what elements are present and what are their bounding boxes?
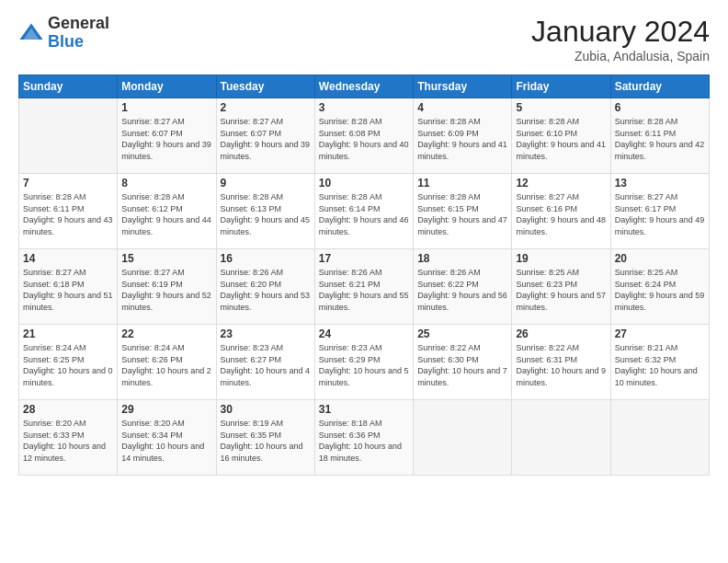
day-detail: Sunrise: 8:23 AMSunset: 6:29 PMDaylight:… (319, 342, 409, 388)
day-detail: Sunrise: 8:27 AMSunset: 6:19 PMDaylight:… (121, 267, 211, 313)
day-number: 10 (319, 177, 409, 190)
day-cell: 22Sunrise: 8:24 AMSunset: 6:26 PMDayligh… (118, 325, 216, 400)
day-number: 30 (221, 403, 311, 416)
day-number: 1 (121, 101, 211, 114)
day-header-wednesday: Wednesday (314, 75, 413, 98)
day-cell: 18Sunrise: 8:26 AMSunset: 6:22 PMDayligh… (414, 249, 512, 325)
header-row: SundayMondayTuesdayWednesdayThursdayFrid… (19, 75, 710, 98)
day-number: 14 (23, 252, 113, 265)
day-detail: Sunrise: 8:28 AMSunset: 6:14 PMDaylight:… (319, 191, 409, 237)
day-cell (512, 400, 610, 476)
month-title: January 2024 (531, 15, 710, 49)
day-number: 27 (615, 327, 705, 340)
page: General Blue January 2024 Zubia, Andalus… (0, 0, 728, 563)
day-detail: Sunrise: 8:23 AMSunset: 6:27 PMDaylight:… (221, 342, 311, 388)
day-cell: 7Sunrise: 8:28 AMSunset: 6:11 PMDaylight… (19, 174, 118, 249)
day-detail: Sunrise: 8:24 AMSunset: 6:25 PMDaylight:… (23, 342, 113, 388)
day-header-thursday: Thursday (414, 75, 512, 98)
location: Zubia, Andalusia, Spain (531, 49, 710, 63)
day-detail: Sunrise: 8:28 AMSunset: 6:08 PMDaylight:… (319, 116, 409, 162)
day-number: 13 (615, 177, 705, 190)
day-cell: 2Sunrise: 8:27 AMSunset: 6:07 PMDaylight… (216, 98, 314, 174)
day-detail: Sunrise: 8:25 AMSunset: 6:24 PMDaylight:… (615, 267, 705, 313)
day-cell: 31Sunrise: 8:18 AMSunset: 6:36 PMDayligh… (314, 400, 413, 476)
day-number: 3 (319, 101, 409, 114)
day-header-friday: Friday (512, 75, 610, 98)
day-cell: 30Sunrise: 8:19 AMSunset: 6:35 PMDayligh… (216, 400, 314, 476)
day-number: 18 (417, 252, 507, 265)
day-detail: Sunrise: 8:18 AMSunset: 6:36 PMDaylight:… (319, 418, 409, 464)
day-cell: 6Sunrise: 8:28 AMSunset: 6:11 PMDaylight… (610, 98, 709, 174)
day-detail: Sunrise: 8:21 AMSunset: 6:32 PMDaylight:… (615, 342, 705, 388)
day-detail: Sunrise: 8:20 AMSunset: 6:33 PMDaylight:… (23, 418, 113, 464)
calendar: SundayMondayTuesdayWednesdayThursdayFrid… (18, 75, 710, 476)
day-cell: 24Sunrise: 8:23 AMSunset: 6:29 PMDayligh… (314, 325, 413, 400)
day-detail: Sunrise: 8:28 AMSunset: 6:11 PMDaylight:… (615, 116, 705, 162)
day-number: 12 (516, 177, 606, 190)
day-cell: 27Sunrise: 8:21 AMSunset: 6:32 PMDayligh… (610, 325, 709, 400)
day-number: 5 (516, 101, 606, 114)
day-number: 25 (417, 327, 507, 340)
day-number: 6 (615, 101, 705, 114)
day-cell: 4Sunrise: 8:28 AMSunset: 6:09 PMDaylight… (414, 98, 512, 174)
day-cell (19, 98, 118, 174)
day-detail: Sunrise: 8:28 AMSunset: 6:09 PMDaylight:… (417, 116, 507, 162)
logo: General Blue (18, 15, 109, 52)
day-number: 21 (23, 327, 113, 340)
day-cell: 19Sunrise: 8:25 AMSunset: 6:23 PMDayligh… (512, 249, 610, 325)
day-number: 22 (121, 327, 211, 340)
week-row-3: 14Sunrise: 8:27 AMSunset: 6:18 PMDayligh… (19, 249, 710, 325)
day-detail: Sunrise: 8:27 AMSunset: 6:07 PMDaylight:… (121, 116, 211, 162)
day-number: 31 (319, 403, 409, 416)
day-detail: Sunrise: 8:24 AMSunset: 6:26 PMDaylight:… (121, 342, 211, 388)
logo-icon (18, 20, 44, 46)
day-detail: Sunrise: 8:28 AMSunset: 6:12 PMDaylight:… (121, 191, 211, 237)
day-number: 23 (221, 327, 311, 340)
day-number: 28 (23, 403, 113, 416)
day-cell (414, 400, 512, 476)
day-number: 9 (221, 177, 311, 190)
day-detail: Sunrise: 8:22 AMSunset: 6:30 PMDaylight:… (417, 342, 507, 388)
day-number: 2 (221, 101, 311, 114)
day-detail: Sunrise: 8:28 AMSunset: 6:10 PMDaylight:… (516, 116, 606, 162)
day-cell: 26Sunrise: 8:22 AMSunset: 6:31 PMDayligh… (512, 325, 610, 400)
day-number: 15 (121, 252, 211, 265)
day-cell: 25Sunrise: 8:22 AMSunset: 6:30 PMDayligh… (414, 325, 512, 400)
day-cell: 15Sunrise: 8:27 AMSunset: 6:19 PMDayligh… (118, 249, 216, 325)
day-cell: 13Sunrise: 8:27 AMSunset: 6:17 PMDayligh… (610, 174, 709, 249)
day-number: 8 (121, 177, 211, 190)
day-cell: 17Sunrise: 8:26 AMSunset: 6:21 PMDayligh… (314, 249, 413, 325)
day-cell: 9Sunrise: 8:28 AMSunset: 6:13 PMDaylight… (216, 174, 314, 249)
day-cell: 14Sunrise: 8:27 AMSunset: 6:18 PMDayligh… (19, 249, 118, 325)
day-detail: Sunrise: 8:27 AMSunset: 6:17 PMDaylight:… (615, 191, 705, 237)
day-cell: 29Sunrise: 8:20 AMSunset: 6:34 PMDayligh… (118, 400, 216, 476)
day-cell: 1Sunrise: 8:27 AMSunset: 6:07 PMDaylight… (118, 98, 216, 174)
day-detail: Sunrise: 8:27 AMSunset: 6:16 PMDaylight:… (516, 191, 606, 237)
week-row-2: 7Sunrise: 8:28 AMSunset: 6:11 PMDaylight… (19, 174, 710, 249)
day-cell: 8Sunrise: 8:28 AMSunset: 6:12 PMDaylight… (118, 174, 216, 249)
day-detail: Sunrise: 8:27 AMSunset: 6:07 PMDaylight:… (221, 116, 311, 162)
day-number: 11 (417, 177, 507, 190)
day-number: 17 (319, 252, 409, 265)
logo-blue: Blue (48, 33, 109, 52)
day-cell: 12Sunrise: 8:27 AMSunset: 6:16 PMDayligh… (512, 174, 610, 249)
day-detail: Sunrise: 8:25 AMSunset: 6:23 PMDaylight:… (516, 267, 606, 313)
day-detail: Sunrise: 8:26 AMSunset: 6:22 PMDaylight:… (417, 267, 507, 313)
day-cell: 11Sunrise: 8:28 AMSunset: 6:15 PMDayligh… (414, 174, 512, 249)
day-detail: Sunrise: 8:28 AMSunset: 6:15 PMDaylight:… (417, 191, 507, 237)
day-cell: 20Sunrise: 8:25 AMSunset: 6:24 PMDayligh… (610, 249, 709, 325)
day-detail: Sunrise: 8:22 AMSunset: 6:31 PMDaylight:… (516, 342, 606, 388)
day-detail: Sunrise: 8:28 AMSunset: 6:11 PMDaylight:… (23, 191, 113, 237)
day-cell: 23Sunrise: 8:23 AMSunset: 6:27 PMDayligh… (216, 325, 314, 400)
title-block: January 2024 Zubia, Andalusia, Spain (531, 15, 710, 63)
day-number: 24 (319, 327, 409, 340)
day-number: 7 (23, 177, 113, 190)
logo-general: General (48, 15, 109, 33)
day-detail: Sunrise: 8:28 AMSunset: 6:13 PMDaylight:… (221, 191, 311, 237)
day-number: 29 (121, 403, 211, 416)
day-detail: Sunrise: 8:19 AMSunset: 6:35 PMDaylight:… (221, 418, 311, 464)
day-cell: 10Sunrise: 8:28 AMSunset: 6:14 PMDayligh… (314, 174, 413, 249)
day-detail: Sunrise: 8:20 AMSunset: 6:34 PMDaylight:… (121, 418, 211, 464)
day-cell: 28Sunrise: 8:20 AMSunset: 6:33 PMDayligh… (19, 400, 118, 476)
day-cell: 16Sunrise: 8:26 AMSunset: 6:20 PMDayligh… (216, 249, 314, 325)
